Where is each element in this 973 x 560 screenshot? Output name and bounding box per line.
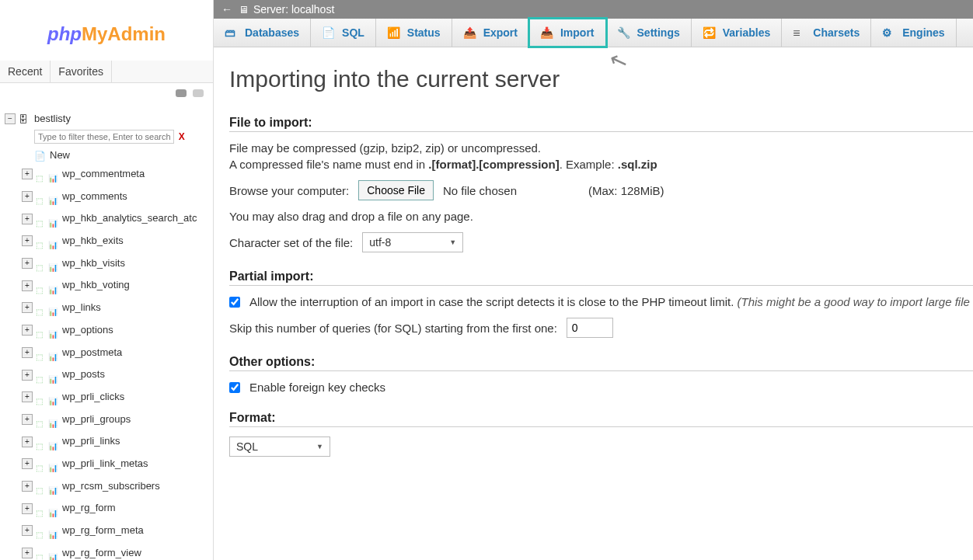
table-browse-icon[interactable] xyxy=(48,214,59,224)
tab-export[interactable]: Export xyxy=(452,19,529,47)
table-structure-icon[interactable] xyxy=(36,191,47,202)
allow-interrupt-label: Allow the interruption of an import in c… xyxy=(249,295,970,308)
table-structure-icon[interactable] xyxy=(36,302,47,313)
tab-import[interactable]: Import xyxy=(529,19,606,47)
clear-filter-icon[interactable]: X xyxy=(179,131,185,142)
tree-expand-icon[interactable]: + xyxy=(22,258,33,269)
tab-variables[interactable]: Variables xyxy=(692,19,783,47)
table-browse-icon[interactable] xyxy=(48,548,59,558)
tree-table-row[interactable]: +wp_prli_clicks xyxy=(5,386,208,409)
table-structure-icon[interactable] xyxy=(36,235,47,246)
tree-expand-icon[interactable]: + xyxy=(22,437,33,447)
table-browse-icon[interactable] xyxy=(48,169,59,179)
table-browse-icon[interactable] xyxy=(48,525,59,536)
tree-db-name[interactable]: bestlisty xyxy=(34,113,71,124)
tree-expand-icon[interactable]: + xyxy=(22,525,33,536)
tree-expand-icon[interactable]: + xyxy=(22,325,33,336)
table-browse-icon[interactable] xyxy=(48,280,59,291)
table-structure-icon[interactable] xyxy=(36,548,47,558)
table-structure-icon[interactable] xyxy=(36,414,47,425)
tree-table-row[interactable]: +wp_comments xyxy=(5,186,208,208)
tree-expand-icon[interactable]: + xyxy=(22,235,33,246)
link-icon[interactable] xyxy=(193,89,204,97)
tree-expand-icon[interactable]: + xyxy=(22,280,33,291)
table-structure-icon[interactable] xyxy=(36,280,47,291)
table-browse-icon[interactable] xyxy=(48,391,59,402)
tree-expand-icon[interactable]: + xyxy=(22,191,33,202)
tab-databases[interactable]: Databases xyxy=(214,19,311,47)
tree-filter-input[interactable] xyxy=(34,130,174,144)
tree-collapse-db[interactable]: − xyxy=(5,113,16,124)
format-select[interactable]: SQL xyxy=(229,437,330,457)
tree-table-row[interactable]: +wp_prli_links xyxy=(5,430,208,453)
tree-expand-icon[interactable]: + xyxy=(22,414,33,425)
tree-expand-icon[interactable]: + xyxy=(22,548,33,558)
tab-charsets[interactable]: Charsets xyxy=(782,19,871,47)
table-structure-icon[interactable] xyxy=(36,347,47,358)
tree-table-row[interactable]: +wp_postmeta xyxy=(5,342,208,364)
tree-table-row[interactable]: +wp_rg_form_meta xyxy=(5,520,208,542)
tab-label: Charsets xyxy=(813,26,860,39)
table-structure-icon[interactable] xyxy=(36,503,47,514)
tree-expand-icon[interactable]: + xyxy=(22,169,33,179)
tree-expand-icon[interactable]: + xyxy=(22,214,33,224)
collapse-icon[interactable] xyxy=(176,89,187,97)
tree-table-row[interactable]: +wp_posts xyxy=(5,363,208,386)
tree-table-row[interactable]: +wp_hkb_analytics_search_atc xyxy=(5,207,208,230)
allow-interrupt-checkbox[interactable] xyxy=(229,297,240,308)
tree-expand-icon[interactable]: + xyxy=(22,391,33,402)
table-structure-icon[interactable] xyxy=(36,214,47,224)
tree-table-row[interactable]: +wp_rcsm_subscribers xyxy=(5,475,208,498)
choose-file-button[interactable]: Choose File xyxy=(358,180,434,200)
sidebar-tab-favorites[interactable]: Favorites xyxy=(51,61,112,82)
table-browse-icon[interactable] xyxy=(48,325,59,336)
table-name: wp_hkb_voting xyxy=(62,276,130,295)
tree-table-row[interactable]: +wp_hkb_exits xyxy=(5,230,208,252)
tree-expand-icon[interactable]: + xyxy=(22,458,33,469)
tree-table-row[interactable]: +wp_links xyxy=(5,297,208,319)
tree-table-row[interactable]: +wp_rg_form xyxy=(5,497,208,520)
tree-new-label[interactable]: New xyxy=(50,149,70,161)
tab-status[interactable]: Status xyxy=(376,19,452,47)
table-browse-icon[interactable] xyxy=(48,347,59,358)
table-browse-icon[interactable] xyxy=(48,235,59,246)
table-structure-icon[interactable] xyxy=(36,325,47,336)
table-structure-icon[interactable] xyxy=(36,481,47,492)
charset-select[interactable]: utf-8 xyxy=(362,232,463,252)
table-browse-icon[interactable] xyxy=(48,481,59,492)
table-structure-icon[interactable] xyxy=(36,391,47,402)
table-browse-icon[interactable] xyxy=(48,258,59,269)
sidebar-tab-recent[interactable]: Recent xyxy=(0,61,51,82)
table-structure-icon[interactable] xyxy=(36,437,47,447)
table-browse-icon[interactable] xyxy=(48,191,59,202)
tree-table-row[interactable]: +wp_rg_form_view xyxy=(5,542,208,560)
table-browse-icon[interactable] xyxy=(48,503,59,514)
tree-expand-icon[interactable]: + xyxy=(22,481,33,492)
tree-table-row[interactable]: +wp_hkb_visits xyxy=(5,252,208,275)
tree-table-row[interactable]: +wp_options xyxy=(5,319,208,342)
table-structure-icon[interactable] xyxy=(36,525,47,536)
tree-expand-icon[interactable]: + xyxy=(22,347,33,358)
collapse-sidebar-icon[interactable]: ← xyxy=(221,3,232,16)
table-browse-icon[interactable] xyxy=(48,414,59,425)
skip-queries-input[interactable] xyxy=(567,318,613,338)
tree-expand-icon[interactable]: + xyxy=(22,302,33,313)
table-browse-icon[interactable] xyxy=(48,370,59,381)
tree-table-row[interactable]: +wp_commentmeta xyxy=(5,163,208,186)
tree-table-row[interactable]: +wp_prli_groups xyxy=(5,409,208,431)
table-structure-icon[interactable] xyxy=(36,458,47,469)
tree-table-row[interactable]: +wp_hkb_voting xyxy=(5,274,208,297)
tree-expand-icon[interactable]: + xyxy=(22,503,33,514)
table-browse-icon[interactable] xyxy=(48,302,59,313)
table-structure-icon[interactable] xyxy=(36,370,47,381)
tab-engines[interactable]: Engines xyxy=(871,19,956,47)
tree-expand-icon[interactable]: + xyxy=(22,370,33,381)
table-structure-icon[interactable] xyxy=(36,169,47,179)
tab-sql[interactable]: SQL xyxy=(311,19,376,47)
tab-settings[interactable]: Settings xyxy=(606,19,692,47)
fk-checks-checkbox[interactable] xyxy=(229,382,240,393)
table-structure-icon[interactable] xyxy=(36,258,47,269)
table-browse-icon[interactable] xyxy=(48,437,59,447)
table-browse-icon[interactable] xyxy=(48,458,59,469)
tree-table-row[interactable]: +wp_prli_link_metas xyxy=(5,453,208,475)
